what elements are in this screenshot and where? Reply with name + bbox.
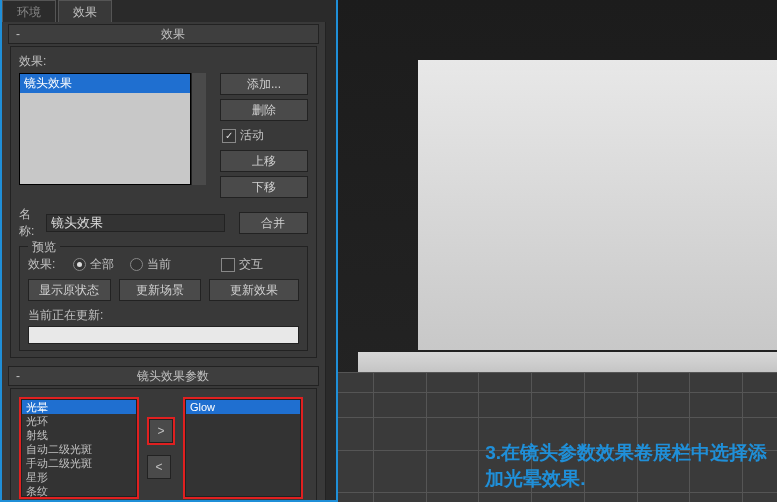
add-effect-button[interactable]: 添加... [220,73,308,95]
active-checkbox-label: 活动 [240,127,264,144]
available-lens-list[interactable]: 光晕 光环 射线 自动二级光斑 手动二级光斑 星形 条纹 [21,399,137,497]
update-scene-button[interactable]: 更新场景 [119,279,202,301]
updating-progress [28,326,299,344]
effects-list-scrollbar[interactable] [191,73,206,185]
rollup-effects-body: 效果: 镜头效果 添加... 删除 ✓ [10,46,317,358]
list-item[interactable]: 射线 [22,428,136,442]
active-checkbox[interactable]: ✓ 活动 [222,127,308,144]
panel-scrollbar[interactable] [325,22,336,500]
updating-label: 当前正在更新: [28,307,299,324]
effect-name-input[interactable] [46,214,225,232]
tab-environment[interactable]: 环境 [2,0,56,22]
add-button-highlight: > [147,417,175,445]
delete-effect-button[interactable]: 删除 [220,99,308,121]
name-label: 名称: [19,206,40,240]
preview-group: 预览 效果: 全部 当前 交互 显示原状态 [19,246,308,351]
effects-listbox[interactable]: 镜头效果 [19,73,191,185]
radio-current[interactable]: 当前 [130,256,171,273]
panel-tabs: 环境 效果 [2,0,336,22]
radio-icon [73,258,86,271]
preview-group-label: 预览 [28,239,60,256]
radio-all-label: 全部 [90,256,114,273]
move-down-button[interactable]: 下移 [220,176,308,198]
viewport-3d[interactable]: 3.在镜头参数效果卷展栏中选择添 加光晕效果. [338,0,777,502]
rollup-effects-title: 效果 [27,26,318,43]
rollup-lens-params-header[interactable]: - 镜头效果参数 [8,366,319,386]
merge-button[interactable]: 合并 [239,212,308,234]
effects-list-label: 效果: [19,53,308,70]
rollup-toggle-icon: - [9,369,27,383]
applied-lens-list[interactable]: Glow [185,399,301,497]
rollup-lens-params-body: 光晕 光环 射线 自动二级光斑 手动二级光斑 星形 条纹 > [10,388,317,500]
tutorial-annotation: 3.在镜头参数效果卷展栏中选择添 加光晕效果. [485,440,767,492]
annotation-line2: 加光晕效果. [485,466,767,492]
list-item[interactable]: 光晕 [22,400,136,414]
radio-icon [130,258,143,271]
list-item[interactable]: 光环 [22,414,136,428]
available-effects-highlight: 光晕 光环 射线 自动二级光斑 手动二级光斑 星形 条纹 [19,397,139,499]
rollup-lens-params-title: 镜头效果参数 [27,368,318,385]
rollup-effects-header[interactable]: - 效果 [8,24,319,44]
radio-current-label: 当前 [147,256,171,273]
effects-panel: 环境 效果 - 效果 效果: 镜头效果 [0,0,338,502]
list-item[interactable]: Glow [186,400,300,414]
check-icon: ✓ [222,129,236,143]
add-lens-effect-button[interactable]: > [149,419,173,443]
show-original-button[interactable]: 显示原状态 [28,279,111,301]
effects-list-item[interactable]: 镜头效果 [20,74,190,93]
list-item[interactable]: 星形 [22,470,136,484]
remove-lens-effect-button[interactable]: < [147,455,171,479]
scene-backwall [418,60,777,350]
list-item[interactable]: 条纹 [22,484,136,498]
interactive-checkbox-label: 交互 [239,256,263,273]
preview-fx-label: 效果: [28,256,55,273]
applied-effects-highlight: Glow [183,397,303,499]
interactive-checkbox[interactable]: 交互 [221,256,263,273]
update-effect-button[interactable]: 更新效果 [209,279,299,301]
annotation-line1: 3.在镜头参数效果卷展栏中选择添 [485,440,767,466]
rollup-toggle-icon: - [9,27,27,41]
check-icon [221,258,235,272]
radio-all[interactable]: 全部 [73,256,114,273]
list-item[interactable]: 手动二级光斑 [22,456,136,470]
tab-effects[interactable]: 效果 [58,0,112,22]
move-up-button[interactable]: 上移 [220,150,308,172]
list-item[interactable]: 自动二级光斑 [22,442,136,456]
